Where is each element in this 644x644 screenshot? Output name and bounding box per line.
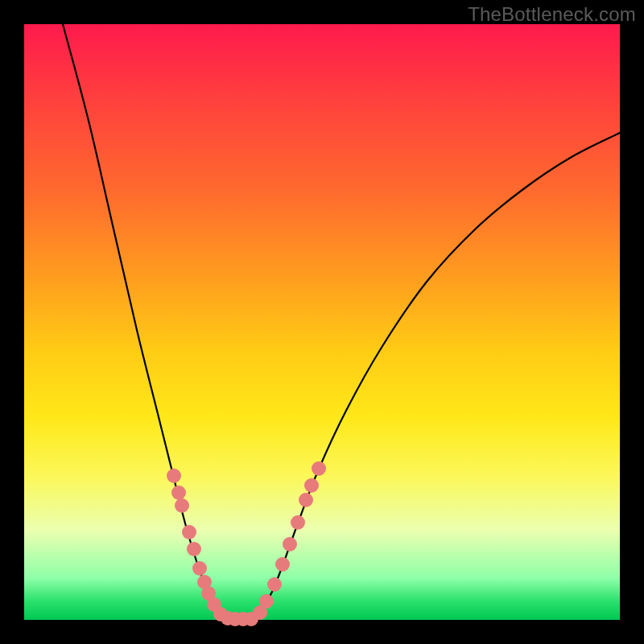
watermark-text: TheBottleneck.com xyxy=(468,3,636,26)
data-dot xyxy=(275,557,290,572)
data-dot xyxy=(259,594,274,609)
bottleneck-curve xyxy=(63,24,620,620)
data-dot xyxy=(304,478,319,493)
dots-group xyxy=(167,461,326,626)
data-dot xyxy=(312,461,326,476)
data-dot xyxy=(291,515,305,530)
data-dot xyxy=(171,485,186,500)
data-dot xyxy=(192,561,207,576)
bottleneck-curve-chart xyxy=(24,24,620,620)
data-dot xyxy=(175,498,189,513)
data-dot xyxy=(187,542,201,556)
data-dot xyxy=(283,537,297,551)
data-dot xyxy=(182,525,196,539)
data-dot xyxy=(167,469,181,483)
data-dot xyxy=(299,493,313,507)
data-dot xyxy=(267,577,282,592)
